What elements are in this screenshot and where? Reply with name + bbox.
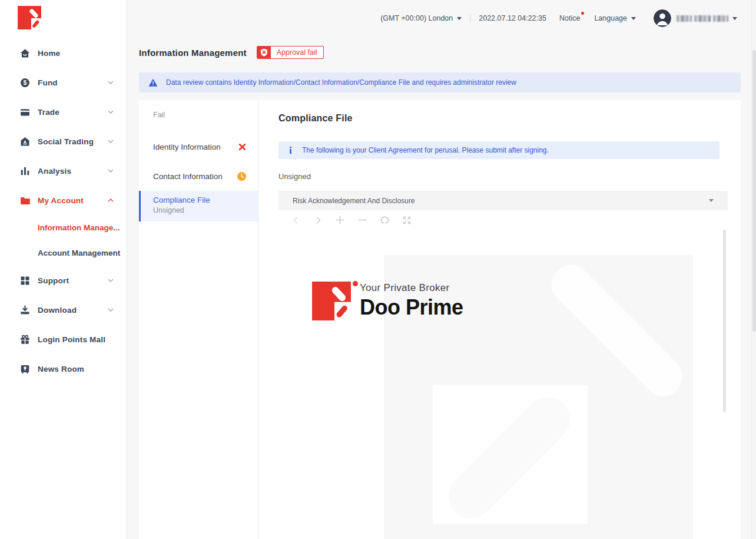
fail-x-icon [238, 143, 246, 151]
watermark-slash-icon [543, 257, 691, 404]
pdf-page[interactable]: Your Private Broker Doo Prime [278, 230, 728, 539]
page-scrollbar-thumb[interactable] [752, 50, 756, 332]
subnav-item-contact-information[interactable]: Contact Information [139, 161, 258, 191]
pdf-toolbar [278, 210, 728, 230]
page-scrollbar [751, 0, 756, 539]
pdf-scrollbar [723, 230, 726, 539]
language-selector[interactable]: Language [594, 14, 636, 22]
watermark-logo-corner [433, 385, 588, 524]
fund-icon: $ [20, 78, 30, 88]
sidebar-item-download[interactable]: Download [0, 295, 127, 325]
subnav-item-label: Contact Information [153, 172, 223, 181]
subnav-item-identity-information[interactable]: Identity Information [139, 132, 258, 161]
sidebar-item-my-account[interactable]: My Account [0, 186, 127, 215]
zoom-in-button[interactable] [335, 215, 345, 225]
sidebar-subitem-account-management[interactable]: Account Management [0, 240, 127, 266]
approval-status-badge: Approval fail [257, 46, 324, 59]
sidebar-subitem-information-management[interactable]: Information Manage... [0, 215, 127, 240]
analysis-icon [20, 166, 30, 176]
sidebar-item-trade[interactable]: Trade [0, 97, 127, 127]
shield-fail-icon [257, 47, 271, 58]
avatar [654, 9, 671, 27]
gift-icon [20, 335, 30, 345]
sidebar-item-label: My Account [38, 196, 108, 205]
user-menu[interactable] [654, 9, 737, 27]
chevron-down-icon [108, 279, 114, 282]
approval-status-label: Approval fail [271, 47, 323, 58]
home-icon [20, 48, 30, 58]
info-banner: The following is your Client Agreement f… [278, 141, 719, 159]
doo-prime-logo-icon[interactable] [18, 6, 41, 29]
sidebar: Home $ Fund Trade Social Trading [0, 0, 127, 539]
sidebar-item-label: Fund [38, 78, 108, 87]
prev-page-button[interactable] [291, 216, 301, 225]
document-select-value: Risk Acknowledgement And Disclosure [293, 197, 415, 205]
review-subnav: Fail Identity Information Contact Inform… [139, 100, 258, 539]
section-heading: Compliance File [278, 113, 728, 124]
social-trading-icon [20, 137, 30, 147]
caret-down-icon [732, 17, 737, 20]
chevron-down-icon [108, 140, 114, 143]
caret-down-icon [709, 199, 714, 202]
document-status-label: Unsigned [278, 172, 728, 181]
watermark-slash-icon [439, 388, 579, 528]
brand-dot-icon [353, 281, 358, 286]
pending-clock-icon [237, 172, 246, 181]
notification-dot [581, 12, 584, 15]
notice-button[interactable]: Notice [559, 14, 580, 22]
pdf-brand-name: Doo Prime [360, 295, 463, 320]
sidebar-item-label: Login Points Mall [38, 335, 114, 344]
info-icon [289, 147, 292, 154]
datetime-label: 2022.07.12 04:22:35 [479, 14, 546, 22]
sidebar-item-home[interactable]: Home [0, 38, 127, 68]
sidebar-item-support[interactable]: Support [0, 266, 127, 295]
fullscreen-button[interactable] [402, 216, 412, 225]
pdf-tagline: Your Private Broker [360, 282, 463, 294]
news-room-icon [20, 364, 30, 374]
alert-text: Data review contains Identity Informatio… [166, 78, 516, 87]
timezone-selector[interactable]: (GMT +00:00) London [380, 14, 462, 22]
folder-icon [20, 196, 30, 206]
sidebar-nav: Home $ Fund Trade Social Trading [0, 38, 127, 383]
chevron-down-icon [108, 308, 114, 312]
pdf-brand-text: Your Private Broker Doo Prime [360, 282, 463, 320]
document-select[interactable]: Risk Acknowledgement And Disclosure [278, 191, 728, 210]
sidebar-subitem-label: Information Manage... [38, 223, 120, 232]
chevron-down-icon [108, 110, 114, 114]
subnav-item-label: Identity Information [153, 143, 221, 151]
next-page-button[interactable] [313, 216, 323, 225]
rotate-refresh-button[interactable] [380, 215, 390, 225]
download-icon [20, 305, 30, 315]
divider [470, 14, 470, 22]
compliance-detail: Compliance File The following is your Cl… [258, 100, 741, 539]
zoom-out-button[interactable] [357, 215, 367, 225]
pdf-scrollbar-thumb[interactable] [723, 230, 726, 412]
subnav-item-label: Compliance File [153, 196, 246, 204]
timezone-label: (GMT +00:00) London [380, 14, 453, 22]
my-account-submenu: Information Manage... Account Management [0, 215, 127, 266]
sidebar-item-label: Support [38, 276, 108, 285]
sidebar-item-login-points-mall[interactable]: Login Points Mall [0, 325, 127, 354]
sidebar-item-social-trading[interactable]: Social Trading [0, 127, 127, 156]
chevron-down-icon [108, 81, 114, 84]
document-viewer: Risk Acknowledgement And Disclosure [278, 191, 728, 539]
subnav-item-status: Unsigned [153, 206, 246, 214]
username-redacted [677, 15, 728, 22]
caret-down-icon [631, 17, 636, 20]
chevron-down-icon [108, 169, 114, 173]
sidebar-item-analysis[interactable]: Analysis [0, 156, 127, 186]
sidebar-item-fund[interactable]: $ Fund [0, 68, 127, 97]
chevron-up-icon [108, 199, 114, 202]
sidebar-item-label: News Room [38, 365, 114, 373]
sidebar-item-news-room[interactable]: News Room [0, 354, 127, 383]
subnav-item-compliance-file[interactable]: Compliance File Unsigned [139, 191, 258, 221]
page-header: Information Management Approval fail [139, 46, 324, 59]
support-grid-icon [20, 276, 30, 286]
sidebar-item-label: Analysis [38, 167, 108, 176]
sidebar-subitem-label: Account Management [38, 249, 120, 257]
warning-triangle-icon [148, 78, 158, 87]
notice-label: Notice [559, 14, 580, 22]
page-title: Information Management [139, 48, 247, 58]
language-label: Language [594, 14, 627, 22]
sidebar-item-label: Social Trading [38, 137, 108, 146]
